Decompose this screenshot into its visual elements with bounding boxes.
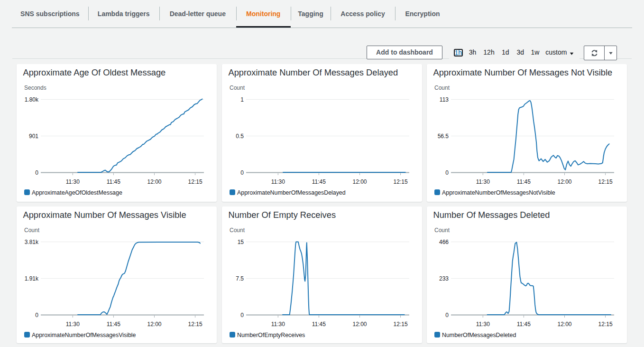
svg-text:Count: Count xyxy=(230,227,245,234)
svg-text:12:00: 12:00 xyxy=(557,320,571,327)
svg-text:Count: Count xyxy=(434,84,450,91)
svg-text:ApproximateNumberOfMessagesVis: ApproximateNumberOfMessagesVisible xyxy=(32,331,136,338)
svg-text:11:30: 11:30 xyxy=(271,178,285,185)
svg-text:Approximate Number Of Messages: Approximate Number Of Messages Visible xyxy=(23,210,186,220)
svg-text:1.91k: 1.91k xyxy=(25,275,39,281)
svg-text:12:15: 12:15 xyxy=(394,178,408,185)
svg-text:12:00: 12:00 xyxy=(557,178,571,185)
svg-text:NumberOfEmptyReceives: NumberOfEmptyReceives xyxy=(237,331,305,338)
svg-text:15: 15 xyxy=(238,238,244,245)
svg-text:56.5: 56.5 xyxy=(438,132,449,139)
svg-text:901: 901 xyxy=(29,132,38,139)
svg-text:0: 0 xyxy=(240,169,244,176)
svg-text:Number Of Messages Deleted: Number Of Messages Deleted xyxy=(433,210,550,220)
svg-text:Approximate Number Of Messages: Approximate Number Of Messages Not Visib… xyxy=(433,67,613,77)
svg-text:Count: Count xyxy=(434,227,450,234)
svg-text:3.81k: 3.81k xyxy=(25,238,39,245)
svg-text:12:00: 12:00 xyxy=(147,320,161,327)
svg-text:11:45: 11:45 xyxy=(107,320,120,327)
svg-text:NumberOfMessagesDeleted: NumberOfMessagesDeleted xyxy=(442,331,516,338)
svg-text:12:15: 12:15 xyxy=(394,320,408,327)
svg-text:ApproximateAgeOfOldestMessage: ApproximateAgeOfOldestMessage xyxy=(32,189,122,196)
svg-text:11:30: 11:30 xyxy=(271,320,285,327)
svg-text:ApproximateNumberOfMessagesDel: ApproximateNumberOfMessagesDelayed xyxy=(237,189,346,196)
svg-text:ApproximateNumberOfMessagesNot: ApproximateNumberOfMessagesNotVisible xyxy=(442,189,555,196)
svg-text:11:30: 11:30 xyxy=(66,178,80,185)
svg-text:Approximate Number Of Messages: Approximate Number Of Messages Delayed xyxy=(229,67,398,77)
svg-text:12:15: 12:15 xyxy=(598,320,613,327)
svg-text:12:00: 12:00 xyxy=(352,320,367,327)
svg-text:0: 0 xyxy=(240,311,244,318)
svg-text:Seconds: Seconds xyxy=(24,84,46,91)
svg-text:1.80k: 1.80k xyxy=(25,96,39,103)
svg-text:12:00: 12:00 xyxy=(352,178,367,185)
svg-text:0: 0 xyxy=(445,311,449,318)
svg-text:11:30: 11:30 xyxy=(476,320,490,327)
svg-text:0: 0 xyxy=(35,311,38,318)
svg-text:233: 233 xyxy=(439,275,449,281)
svg-text:11:45: 11:45 xyxy=(107,178,120,185)
svg-text:7.5: 7.5 xyxy=(236,275,244,281)
svg-text:12:15: 12:15 xyxy=(188,178,202,185)
svg-text:0.5: 0.5 xyxy=(236,132,244,139)
svg-text:11:45: 11:45 xyxy=(517,178,531,185)
svg-text:11:30: 11:30 xyxy=(66,320,80,327)
svg-text:Number Of Empty Receives: Number Of Empty Receives xyxy=(229,210,336,220)
svg-text:11:30: 11:30 xyxy=(476,178,490,185)
svg-text:12:15: 12:15 xyxy=(188,320,202,327)
svg-text:11:45: 11:45 xyxy=(312,320,326,327)
svg-text:11:45: 11:45 xyxy=(517,320,531,327)
svg-text:Count: Count xyxy=(230,84,245,91)
svg-text:113: 113 xyxy=(440,96,449,103)
svg-text:1: 1 xyxy=(240,96,244,103)
svg-text:12:00: 12:00 xyxy=(147,178,161,185)
svg-text:Count: Count xyxy=(24,227,40,234)
svg-text:11:45: 11:45 xyxy=(312,178,326,185)
svg-text:0: 0 xyxy=(445,169,449,176)
svg-text:466: 466 xyxy=(439,238,449,245)
svg-text:0: 0 xyxy=(35,169,38,176)
svg-text:12:15: 12:15 xyxy=(598,178,613,185)
svg-text:Approximate Age Of Oldest Mess: Approximate Age Of Oldest Message xyxy=(23,67,166,77)
